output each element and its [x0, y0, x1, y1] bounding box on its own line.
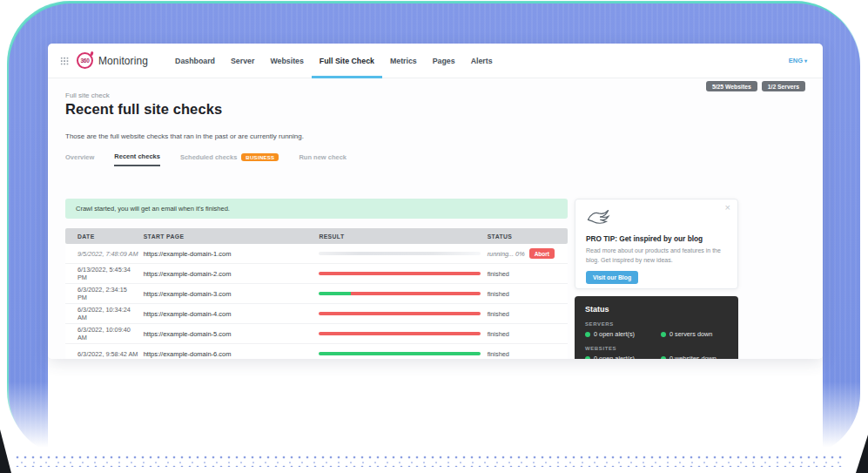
status-section-label-websites: WEBSITES — [585, 346, 728, 351]
logo-360-text: 360 — [80, 57, 89, 64]
page-subtitle: Those are the full website checks that r… — [65, 132, 304, 140]
page-content: 5/25 Websites1/2 Servers Full site check… — [48, 78, 823, 359]
table-row[interactable]: 6/3/2022, 2:34:15 PMhttps://example-doma… — [65, 284, 568, 304]
pro-tip-title: PRO TIP: Get inspired by our blog — [586, 234, 727, 243]
check-start-page: https://example-domain-4.com — [138, 310, 320, 318]
column-header-result: RESULT — [319, 233, 487, 240]
progress-segment — [351, 292, 480, 295]
status-text: finished — [488, 290, 509, 298]
language-label: ENG — [789, 57, 803, 64]
check-result-cell — [319, 272, 487, 275]
checks-panel: Crawl started, you will get an email whe… — [65, 199, 568, 359]
tab-run-new-check[interactable]: Run new check — [299, 153, 347, 166]
top-navbar: 360 Monitoring DashboardServerWebsitesFu… — [48, 44, 823, 78]
status-text: finished — [488, 330, 509, 338]
check-status: finished — [488, 270, 568, 278]
chevron-down-icon: ▾ — [804, 57, 807, 64]
table-header: DATESTART PAGERESULTSTATUS — [65, 228, 568, 244]
nav-item-full-site-check[interactable]: Full Site Check — [312, 44, 382, 78]
progress-segment — [319, 292, 351, 295]
status-item: 0 open alert(s) — [585, 330, 661, 338]
tab-label: Run new check — [299, 153, 347, 161]
close-icon[interactable]: × — [725, 202, 730, 213]
visit-blog-button[interactable]: Visit our Blog — [586, 271, 638, 284]
status-text: finished — [488, 350, 509, 358]
table-row[interactable]: 9/5/2022, 7:48:09 AMhttps://example-doma… — [65, 244, 568, 264]
usage-badge: 1/2 Servers — [762, 81, 805, 91]
logo-360-icon[interactable]: 360 — [77, 52, 93, 69]
check-status: finished — [488, 330, 568, 338]
status-item: 0 websites down — [661, 355, 717, 359]
status-text: finished — [488, 270, 509, 278]
status-item: 0 servers down — [661, 330, 712, 338]
check-date: 6/3/2022, 10:34:24 AM — [65, 306, 138, 321]
status-items-row: 0 open alert(s)0 servers down — [585, 330, 728, 338]
app-grid-icon[interactable] — [60, 57, 69, 65]
usage-badges: 5/25 Websites1/2 Servers — [706, 81, 805, 91]
status-card-title: Status — [585, 305, 728, 314]
table-row[interactable]: 6/3/2022, 10:34:24 AMhttps://example-dom… — [65, 304, 568, 324]
table-row[interactable]: 6/13/2022, 5:45:34 PMhttps://example-dom… — [65, 264, 568, 284]
progress-bar — [319, 332, 481, 335]
progress-bar — [319, 272, 481, 275]
tab-label: Scheduled checks — [180, 153, 237, 161]
check-result-cell — [319, 352, 487, 355]
status-item-label: 0 open alert(s) — [594, 330, 635, 338]
table-row[interactable]: 6/3/2022, 10:09:40 AMhttps://example-dom… — [65, 324, 568, 344]
check-result-cell — [319, 252, 487, 255]
status-item: 0 open alert(s) — [585, 355, 661, 359]
pro-tip-body: Read more about our products and feature… — [586, 247, 727, 265]
nav-item-pages[interactable]: Pages — [425, 44, 463, 78]
check-date: 6/13/2022, 5:45:34 PM — [65, 266, 138, 281]
progress-bar — [319, 312, 481, 315]
status-item-label: 0 websites down — [670, 355, 717, 359]
check-start-page: https://example-domain-6.com — [138, 350, 320, 358]
progress-segment — [319, 352, 481, 355]
nav-item-dashboard[interactable]: Dashboard — [167, 44, 223, 78]
progress-segment — [319, 312, 481, 315]
status-item-label: 0 open alert(s) — [594, 355, 635, 359]
progress-bar — [319, 252, 481, 255]
abort-button[interactable]: Abort — [529, 248, 555, 259]
status-item-label: 0 servers down — [670, 330, 712, 338]
status-card-sections: SERVERS0 open alert(s)0 servers downWEBS… — [585, 321, 728, 359]
column-header-status: STATUS — [488, 233, 568, 240]
check-status: finished — [488, 310, 568, 318]
table-body: 9/5/2022, 7:48:09 AMhttps://example-doma… — [65, 244, 568, 359]
column-header-start-page: START PAGE — [138, 233, 320, 240]
usage-badge: 5/25 Websites — [706, 81, 757, 91]
table-row[interactable]: 6/3/2022, 9:58:42 AMhttps://example-doma… — [65, 344, 568, 359]
brand-name[interactable]: Monitoring — [98, 55, 148, 67]
tab-bar: OverviewRecent checksScheduled checksBUS… — [65, 152, 347, 166]
nav-item-websites[interactable]: Websites — [262, 44, 311, 78]
status-card: Status SERVERS0 open alert(s)0 servers d… — [575, 296, 738, 359]
check-start-page: https://example-domain-5.com — [138, 330, 320, 338]
status-text: running... 0% — [488, 250, 525, 258]
hand-sketch-icon — [586, 207, 610, 226]
column-header-date: DATE — [65, 233, 138, 240]
app-window: 360 Monitoring DashboardServerWebsitesFu… — [48, 44, 823, 359]
progress-segment — [319, 272, 481, 275]
pro-tip-card: × PRO TIP: Get inspired by our blog Read… — [575, 199, 738, 289]
tab-label: Overview — [65, 153, 94, 161]
nav-item-alerts[interactable]: Alerts — [463, 44, 501, 78]
nav-item-metrics[interactable]: Metrics — [382, 44, 425, 78]
check-result-cell — [319, 332, 487, 335]
tab-recent-checks[interactable]: Recent checks — [114, 152, 160, 166]
check-start-page: https://example-domain-3.com — [138, 290, 320, 298]
check-result-cell — [319, 312, 487, 315]
check-date: 6/3/2022, 9:58:42 AM — [65, 350, 138, 358]
logo-tick-decoration — [90, 51, 93, 57]
status-items-row: 0 open alert(s)0 websites down — [585, 355, 728, 359]
status-dot — [585, 332, 590, 337]
tab-overview[interactable]: Overview — [65, 153, 94, 166]
progress-segment — [319, 332, 481, 335]
nav-item-server[interactable]: Server — [223, 44, 262, 78]
language-selector[interactable]: ENG ▾ — [789, 57, 807, 64]
status-dot — [661, 332, 666, 337]
tab-scheduled-checks[interactable]: Scheduled checksBUSINESS — [180, 153, 279, 166]
check-date: 6/3/2022, 10:09:40 AM — [65, 326, 138, 341]
page-title: Recent full site checks — [65, 101, 222, 118]
progress-bar — [319, 292, 481, 295]
banner-message: Crawl started, you will get an email whe… — [76, 205, 230, 213]
